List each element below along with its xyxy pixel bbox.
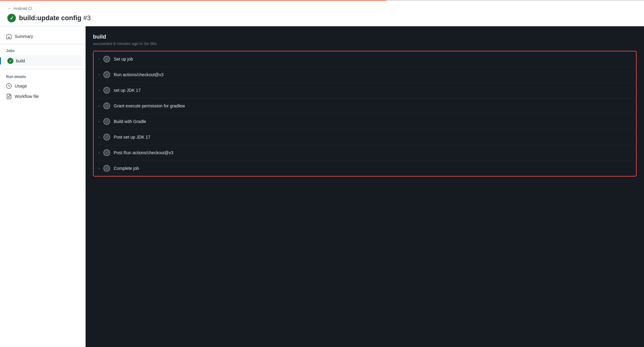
step-chevron-icon: ›: [98, 57, 100, 61]
step-success-icon: [103, 165, 110, 172]
sidebar-item-build[interactable]: build: [2, 55, 83, 66]
step-success-icon: [103, 134, 110, 140]
step-chevron-icon: ›: [98, 73, 100, 77]
step-label: set up JDK 17: [114, 88, 141, 93]
build-title: build:update config #3: [7, 14, 637, 22]
sidebar-summary-item[interactable]: Summary: [0, 31, 85, 42]
job-label: build: [16, 58, 25, 63]
step-item[interactable]: › Build with Gradle: [94, 114, 636, 129]
back-link[interactable]: ← Android CI: [7, 6, 637, 11]
sidebar-divider-2: [0, 69, 85, 69]
step-label: Post set up JDK 17: [114, 135, 150, 140]
run-details-label: Run details: [0, 73, 85, 81]
page-header: ← Android CI build:update config #3: [0, 1, 644, 26]
build-header: build succeeded 8 minutes ago in 3m 56s: [93, 34, 637, 46]
run-details-section: Run details Usage Workflow file: [0, 73, 85, 102]
back-label: Android CI: [13, 6, 32, 11]
step-success-icon: [103, 56, 110, 62]
summary-label: Summary: [15, 34, 33, 39]
step-item[interactable]: › Post set up JDK 17: [94, 129, 636, 145]
step-chevron-icon: ›: [98, 151, 100, 155]
clock-icon: [6, 83, 12, 89]
build-name: build: [93, 34, 637, 40]
step-label: Post Run actions/checkout@v3: [114, 150, 173, 155]
step-success-icon: [103, 71, 110, 78]
back-arrow-icon: ←: [7, 6, 12, 11]
step-item[interactable]: › Post Run actions/checkout@v3: [94, 145, 636, 161]
build-success-icon: [7, 14, 16, 22]
step-label: Build with Gradle: [114, 119, 146, 124]
sidebar-workflow-link[interactable]: Workflow file: [0, 91, 85, 102]
job-success-icon: [7, 58, 13, 64]
active-indicator: [0, 57, 1, 65]
home-icon: [6, 34, 12, 39]
jobs-section-label: Jobs: [0, 47, 85, 55]
steps-list: › Set up job › Run actions/checkout@v3 ›…: [93, 51, 637, 177]
step-label: Grant execute permission for gradlew: [114, 103, 185, 108]
step-item[interactable]: › Grant execute permission for gradlew: [94, 98, 636, 114]
step-success-icon: [103, 87, 110, 94]
step-chevron-icon: ›: [98, 104, 100, 108]
step-item[interactable]: › Run actions/checkout@v3: [94, 67, 636, 83]
step-item[interactable]: › set up JDK 17: [94, 83, 636, 98]
step-success-icon: [103, 118, 110, 125]
sidebar: Summary Jobs build Run details Usage: [0, 26, 86, 347]
step-item[interactable]: › Complete job: [94, 161, 636, 176]
build-title-text: build:update config #3: [19, 14, 91, 22]
step-chevron-icon: ›: [98, 166, 100, 170]
usage-label: Usage: [15, 84, 27, 88]
step-label: Complete job: [114, 166, 139, 171]
step-chevron-icon: ›: [98, 135, 100, 139]
build-meta: succeeded 8 minutes ago in 3m 56s: [93, 41, 637, 46]
workflow-label: Workflow file: [15, 94, 39, 99]
main-content: build succeeded 8 minutes ago in 3m 56s …: [86, 26, 644, 347]
step-item[interactable]: › Set up job: [94, 51, 636, 67]
sidebar-divider-1: [0, 44, 85, 44]
sidebar-usage-link[interactable]: Usage: [0, 81, 85, 91]
step-chevron-icon: ›: [98, 88, 100, 92]
step-chevron-icon: ›: [98, 119, 100, 124]
step-label: Run actions/checkout@v3: [114, 72, 164, 77]
step-success-icon: [103, 149, 110, 156]
step-success-icon: [103, 103, 110, 109]
step-label: Set up job: [114, 57, 133, 62]
file-icon: [6, 94, 12, 99]
